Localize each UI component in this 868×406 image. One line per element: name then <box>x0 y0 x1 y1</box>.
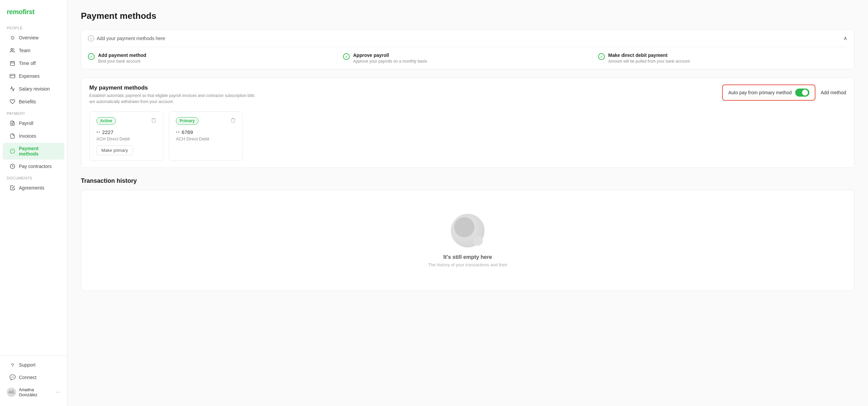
svg-rect-1 <box>10 62 14 66</box>
sidebar-item-expenses[interactable]: Expenses <box>3 70 64 82</box>
info-banner: i Add your payment methods here ∧ Add pa… <box>81 29 855 69</box>
card-badge-primary: Primary <box>176 117 198 125</box>
benefits-icon <box>9 99 16 105</box>
user-profile[interactable]: AG Ariadna González ··· <box>0 384 67 401</box>
overview-icon: ⊙ <box>9 35 16 41</box>
sidebar-item-benefits[interactable]: Benefits <box>3 96 64 108</box>
payment-cards: Active •• 2227 ACH Direct Debit Make pri… <box>89 111 846 161</box>
main-content: Payment methods i Add your payment metho… <box>67 0 868 406</box>
card-badge-active: Active <box>96 117 116 125</box>
time-off-icon <box>9 60 16 66</box>
svg-point-0 <box>11 48 12 50</box>
app-logo: remofirst <box>0 5 67 23</box>
auto-pay-toggle[interactable] <box>795 89 809 97</box>
agreements-icon <box>9 185 16 191</box>
sidebar-item-label: Salary revision <box>19 86 50 92</box>
team-icon <box>9 47 16 54</box>
user-name: Ariadna González <box>19 387 53 397</box>
payment-card-primary: Primary •• 6789 ACH Direct Debit <box>169 111 243 161</box>
info-banner-toggle[interactable]: i Add your payment methods here ∧ <box>88 35 847 41</box>
payment-section-label: Payment <box>0 108 67 117</box>
sidebar-item-label: Pay contractors <box>19 164 52 169</box>
sidebar-item-label: Expenses <box>19 73 39 79</box>
support-icon: ? <box>9 362 16 368</box>
empty-illustration <box>451 214 485 247</box>
card-type: ACH Direct Debit <box>176 136 236 141</box>
sidebar-item-agreements[interactable]: Agreements <box>3 182 64 194</box>
card-number: •• 2227 <box>96 129 156 135</box>
check-icon <box>343 53 350 60</box>
sidebar-item-label: Payroll <box>19 121 33 126</box>
avatar: AG <box>7 387 16 397</box>
delete-card-button[interactable] <box>230 117 236 124</box>
empty-desc: The history of your transactions and the… <box>428 262 507 267</box>
sidebar-item-team[interactable]: Team <box>3 44 64 57</box>
approve-payroll-title: Approve payroll <box>353 53 427 58</box>
sidebar-item-label: Payment methods <box>19 146 58 157</box>
approve-payroll-desc: Approve your payrolls on a monthly basis <box>353 59 427 64</box>
payment-methods-header: My payment methods Establish automatic p… <box>89 84 846 105</box>
transaction-title: Transaction history <box>81 177 855 184</box>
sidebar-item-connect[interactable]: 💬 Connect <box>3 371 64 383</box>
invoices-icon <box>9 133 16 139</box>
sidebar-item-payroll[interactable]: Payroll <box>3 117 64 129</box>
info-icon: i <box>88 35 94 41</box>
card-dots: •• <box>96 130 101 135</box>
payment-methods-section: My payment methods Establish automatic p… <box>81 77 855 168</box>
sidebar-item-overview[interactable]: ⊙ Overview <box>3 32 64 44</box>
check-icon <box>598 53 605 60</box>
sidebar-item-label: Time off <box>19 61 36 66</box>
add-method-button[interactable]: Add method <box>821 89 846 97</box>
check-icon <box>88 53 95 60</box>
sidebar-item-support[interactable]: ? Support <box>3 359 64 371</box>
payroll-icon <box>9 120 16 126</box>
card-number: •• 6789 <box>176 129 236 135</box>
sidebar-connect-label: Connect <box>19 375 36 380</box>
expenses-icon <box>9 73 16 79</box>
page-title: Payment methods <box>81 11 855 21</box>
add-payment-title: Add payment method <box>98 53 146 58</box>
make-primary-button[interactable]: Make primary <box>96 145 133 155</box>
pay-contractors-icon <box>9 163 16 169</box>
svg-rect-5 <box>10 74 15 78</box>
user-menu-dots[interactable]: ··· <box>56 389 60 395</box>
empty-title: It's still empty here <box>443 254 492 260</box>
sidebar-item-payment-methods[interactable]: Payment methods <box>3 143 64 160</box>
delete-card-button[interactable] <box>151 117 156 124</box>
auto-pay-box: Auto pay from primary method <box>722 84 815 101</box>
sidebar-item-label: Benefits <box>19 99 36 104</box>
sidebar: remofirst People ⊙ Overview Team Time of… <box>0 0 67 406</box>
payment-methods-title: My payment methods <box>89 84 258 91</box>
info-banner-item-direct-debit: Make direct debit payment Amount will be… <box>593 53 847 64</box>
salary-revision-icon <box>9 86 16 92</box>
payment-methods-actions: Auto pay from primary method Add method <box>722 84 846 101</box>
sidebar-item-time-off[interactable]: Time off <box>3 57 64 69</box>
sidebar-item-salary-revision[interactable]: Salary revision <box>3 83 64 95</box>
sidebar-item-label: Overview <box>19 35 38 40</box>
sidebar-item-label: Agreements <box>19 185 44 191</box>
auto-pay-label: Auto pay from primary method <box>728 90 792 95</box>
sidebar-item-pay-contractors[interactable]: Pay contractors <box>3 160 64 172</box>
direct-debit-desc: Amount will be pulled from your bank acc… <box>608 59 690 64</box>
card-type: ACH Direct Debit <box>96 136 156 141</box>
documents-section-label: Documents <box>0 173 67 181</box>
sidebar-support-label: Support <box>19 362 35 368</box>
card-dots: •• <box>176 130 180 135</box>
people-section-label: People <box>0 23 67 31</box>
direct-debit-title: Make direct debit payment <box>608 53 690 58</box>
sidebar-item-label: Team <box>19 48 30 53</box>
sidebar-item-invoices[interactable]: Invoices <box>3 130 64 142</box>
payment-methods-desc: Establish automatic payment so that elig… <box>89 93 258 105</box>
transaction-section: Transaction history It's still empty her… <box>81 177 855 291</box>
info-banner-items: Add payment method Bind your bank accoun… <box>88 47 847 64</box>
info-banner-title: Add your payment methods here <box>97 36 165 41</box>
transaction-empty-state: It's still empty here The history of you… <box>81 190 855 291</box>
connect-icon: 💬 <box>9 374 16 380</box>
sidebar-item-label: Invoices <box>19 133 36 139</box>
payment-card-active: Active •• 2227 ACH Direct Debit Make pri… <box>89 111 163 161</box>
add-payment-desc: Bind your bank account <box>98 59 146 64</box>
info-banner-item-approve-payroll: Approve payroll Approve your payrolls on… <box>338 53 593 64</box>
card-action: Make primary <box>96 145 156 155</box>
info-banner-item-add-payment: Add payment method Bind your bank accoun… <box>88 53 338 64</box>
chevron-up-icon: ∧ <box>843 35 847 41</box>
